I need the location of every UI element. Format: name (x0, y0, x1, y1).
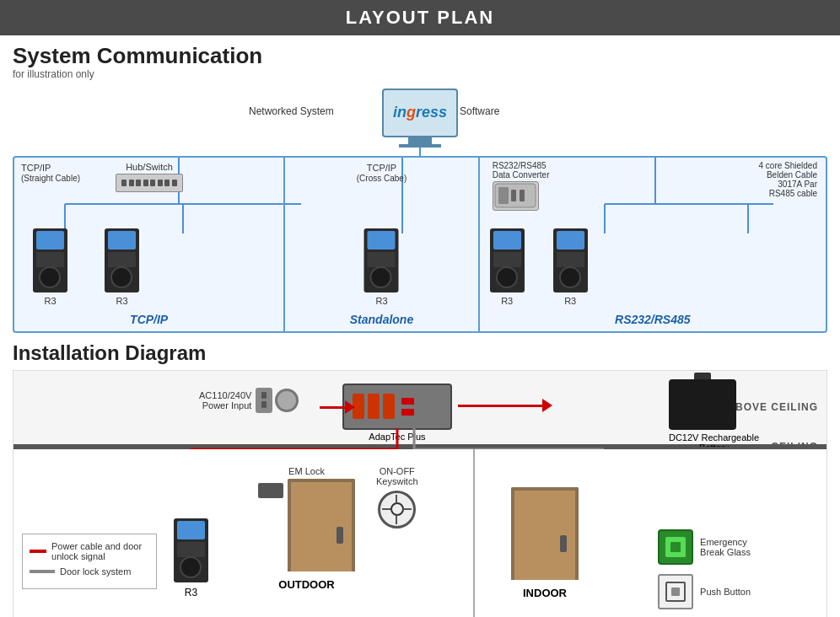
legend-box: Power cable and door unlock signal Door … (22, 534, 157, 589)
page-title: LAYOUT PLAN (346, 7, 494, 28)
svg-rect-29 (493, 252, 521, 267)
svg-rect-24 (498, 187, 509, 204)
svg-rect-17 (108, 252, 136, 267)
adaptec-label: AdapTec Plus (342, 432, 452, 442)
svg-point-22 (371, 267, 391, 287)
hub-device (116, 174, 183, 192)
belden-cable-label: 4 core ShieldedBelden Cable3017A ParRS48… (758, 161, 817, 198)
standalone-cable-label: TCP/IP(Cross Cabe) (357, 163, 407, 183)
r3-device-rs232-1: R3 (488, 227, 526, 306)
push-button-area: Push Button (658, 574, 751, 609)
svg-point-30 (497, 267, 517, 287)
ingress-logo: ingress (393, 104, 447, 121)
power-input-label: AC110/240V Power Input (199, 390, 251, 410)
outdoor-area: EM Lock OUTDOOR (258, 466, 355, 591)
outdoor-door (288, 479, 355, 571)
below-ceiling: Power cable and door unlock signal Door … (13, 449, 827, 617)
adaptec-area: AdapTec Plus (342, 384, 452, 442)
install-r3-label: R3 (185, 587, 197, 598)
em-lock-label: EM Lock (258, 466, 355, 476)
keyswitch-area: ON-OFF Keyswitch (376, 466, 418, 528)
r3-device-1: R3 (31, 227, 69, 306)
battery-area: DC12V Rechargeable Battery (669, 379, 759, 453)
install-section: Installation Diagram ABOVE CEILING AC110… (13, 341, 827, 617)
svg-point-34 (560, 267, 580, 287)
networked-label: Networked System (249, 105, 334, 117)
keyswitch-label: ON-OFF Keyswitch (376, 466, 418, 486)
standalone-zone-label: Standalone (350, 313, 413, 326)
svg-rect-12 (36, 231, 64, 249)
r3-device-rs232-2: R3 (552, 227, 590, 306)
door-handle-indoor (560, 535, 567, 552)
svg-rect-16 (108, 231, 136, 249)
legend-gray-line (30, 570, 55, 573)
push-button-label: Push Button (700, 587, 751, 597)
svg-point-54 (180, 557, 201, 577)
svg-rect-25 (511, 190, 516, 201)
svg-rect-26 (520, 190, 525, 201)
push-button-device (658, 574, 693, 609)
system-comm-section: System Communication for illustration on… (13, 44, 827, 333)
svg-point-14 (40, 267, 60, 287)
ingress-monitor: ingress (382, 89, 458, 156)
install-title: Installation Diagram (13, 341, 827, 365)
outdoor-label: OUTDOOR (258, 578, 355, 591)
tcpip-devices: R3 R3 (31, 227, 141, 306)
rs232-zone-label: RS232/RS485 (615, 313, 691, 326)
indoor-label: INDOOR (511, 587, 579, 599)
break-glass-label: Emergency Break Glass (700, 537, 751, 557)
standalone-zone: TCP/IP(Cross Cabe) R3 Standalone (285, 158, 479, 331)
system-comm-title: System Communication (13, 44, 827, 68)
indoor-area: INDOOR (511, 487, 579, 599)
em-lock-device (258, 483, 283, 498)
software-label: Software (460, 105, 499, 117)
above-ceiling-area: ABOVE CEILING AC110/240V Power Input (13, 371, 827, 447)
svg-rect-28 (493, 231, 521, 249)
svg-rect-52 (177, 521, 205, 539)
r3-device-2: R3 (103, 227, 141, 306)
svg-rect-21 (368, 252, 396, 267)
page-header: LAYOUT PLAN (0, 0, 840, 35)
tcpip-zone: TCP/IP(Straight Cable) Hub/Switch (14, 158, 285, 331)
legend-red-label: Power cable and door unlock signal (51, 541, 149, 561)
system-comm-subtitle: for illustration only (13, 68, 827, 80)
hub-switch-label: Hub/Switch (116, 162, 183, 192)
rs232-zone: RS232/RS485Data Converter 4 core Shielde… (480, 158, 826, 331)
rs232-converter-area: RS232/RS485Data Converter (493, 161, 550, 211)
keyswitch-body (378, 491, 416, 528)
break-glass-device (658, 529, 693, 565)
main-content: System Communication for illustration on… (0, 35, 840, 617)
install-r3-device: R3 (172, 517, 210, 598)
svg-rect-20 (368, 231, 396, 249)
rs232-converter (493, 181, 539, 211)
legend-gray-label: Door lock system (60, 566, 131, 577)
svg-point-18 (111, 267, 132, 287)
svg-rect-53 (177, 542, 205, 557)
legend-gray: Door lock system (30, 566, 149, 577)
svg-rect-32 (557, 231, 584, 249)
break-glass-area: Emergency Break Glass (658, 529, 751, 565)
tcpip-cable-label: TCP/IP(Straight Cable) (21, 163, 80, 183)
legend-red-line (30, 550, 46, 553)
door-handle-outdoor (337, 527, 343, 544)
rs232-devices: R3 R3 (488, 227, 590, 306)
vertical-separator (473, 449, 475, 617)
svg-rect-33 (557, 252, 584, 267)
power-connector (256, 388, 299, 413)
install-area: ABOVE CEILING AC110/240V Power Input (13, 370, 827, 617)
power-arrow (320, 406, 345, 409)
adaptec-battery-arrow (458, 405, 542, 407)
power-input-area: AC110/240V Power Input (199, 388, 299, 413)
svg-rect-13 (36, 252, 64, 267)
indoor-door (511, 487, 579, 580)
tcpip-zone-label: TCP/IP (130, 313, 168, 326)
legend-red: Power cable and door unlock signal (30, 541, 149, 561)
standalone-device: R3 (363, 227, 401, 306)
